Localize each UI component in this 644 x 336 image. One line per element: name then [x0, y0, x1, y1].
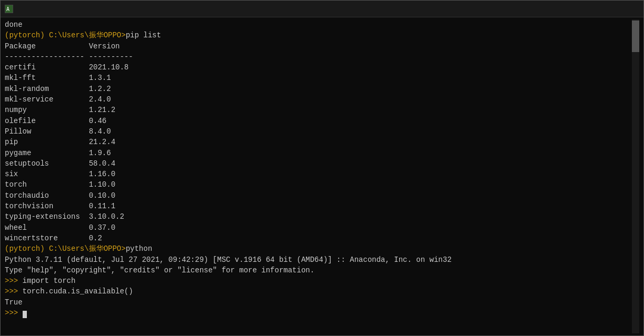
terminal-line: done — [5, 19, 632, 30]
terminal-line: Type "help", "copyright", "credits" or "… — [5, 265, 632, 276]
terminal-window: A done (pytorch) C:\Users\振华OPPO>pip lis… — [0, 0, 644, 336]
terminal-line: numpy 1.21.2 — [5, 105, 632, 115]
scrollbar-thumb[interactable] — [632, 21, 639, 52]
terminal-line: wheel 0.37.0 — [5, 222, 632, 233]
terminal-line: mkl-random 1.2.2 — [5, 84, 632, 94]
terminal-line: >>> — [5, 308, 632, 318]
terminal-line: True — [5, 297, 632, 308]
minimize-button[interactable] — [567, 1, 591, 17]
maximize-button[interactable] — [591, 1, 615, 17]
terminal-line: Package Version — [5, 41, 632, 52]
terminal-line: ------------------ ---------- — [5, 52, 632, 62]
terminal-line: torchvision 0.11.1 — [5, 201, 632, 211]
terminal-line: pygame 1.9.6 — [5, 148, 632, 158]
terminal-line: pip 21.2.4 — [5, 137, 632, 147]
window-controls — [567, 1, 639, 17]
scrollbar[interactable] — [632, 19, 639, 333]
app-icon: A — [5, 5, 13, 13]
terminal-content: done (pytorch) C:\Users\振华OPPO>pip list … — [5, 19, 632, 333]
terminal-body[interactable]: done (pytorch) C:\Users\振华OPPO>pip list … — [1, 17, 643, 335]
terminal-line: torchaudio 0.10.0 — [5, 190, 632, 201]
terminal-line: setuptools 58.0.4 — [5, 158, 632, 169]
terminal-line: typing-extensions 3.10.0.2 — [5, 211, 632, 222]
terminal-line: torch 1.10.0 — [5, 179, 632, 190]
terminal-line: (pytorch) C:\Users\振华OPPO>python — [5, 243, 632, 254]
terminal-line: mkl-fft 1.3.1 — [5, 73, 632, 83]
terminal-line: >>> import torch — [5, 276, 632, 286]
terminal-line: mkl-service 2.4.0 — [5, 94, 632, 105]
terminal-line: >>> torch.cuda.is_available() — [5, 286, 632, 297]
svg-text:A: A — [6, 6, 9, 12]
close-button[interactable] — [615, 1, 639, 17]
terminal-line: Pillow 8.4.0 — [5, 126, 632, 137]
title-bar: A — [1, 1, 643, 17]
terminal-line: six 1.16.0 — [5, 169, 632, 179]
terminal-line: certifi 2021.10.8 — [5, 62, 632, 73]
terminal-line: wincertstore 0.2 — [5, 233, 632, 243]
terminal-line: (pytorch) C:\Users\振华OPPO>pip list — [5, 30, 632, 40]
terminal-line: olefile 0.46 — [5, 116, 632, 126]
terminal-line: Python 3.7.11 (default, Jul 27 2021, 09:… — [5, 254, 632, 265]
